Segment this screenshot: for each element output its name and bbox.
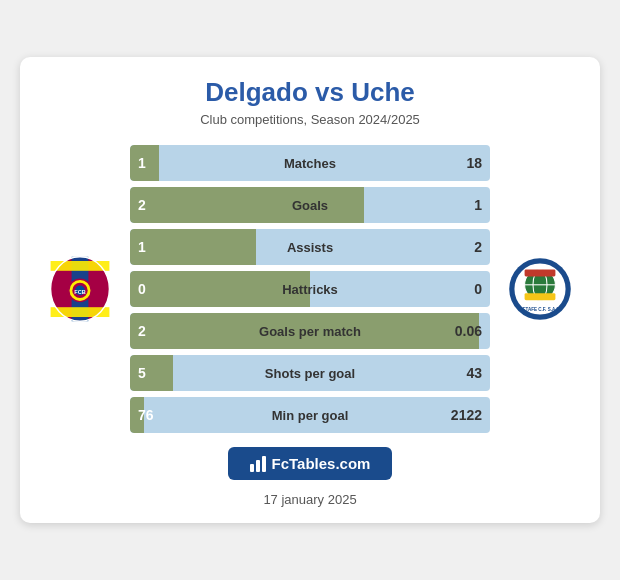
stat-right-value: 0.06 bbox=[455, 323, 482, 339]
stat-right-value: 18 bbox=[466, 155, 482, 171]
match-subtitle: Club competitions, Season 2024/2025 bbox=[40, 112, 580, 127]
stats-rows: 1 Matches 18 2 Goals 1 1 Assists 2 0 Hat… bbox=[130, 145, 490, 433]
stat-right-value: 0 bbox=[474, 281, 482, 297]
stat-label: Shots per goal bbox=[265, 366, 355, 381]
logo-left: FCB bbox=[40, 254, 120, 324]
stat-left-bar bbox=[130, 355, 173, 391]
stat-label: Goals per match bbox=[259, 324, 361, 339]
stat-row: 0 Hattricks 0 bbox=[130, 271, 490, 307]
stat-label: Hattricks bbox=[282, 282, 338, 297]
stat-left-bar bbox=[130, 229, 256, 265]
fctables-box: FcTables.com bbox=[228, 447, 393, 480]
stat-left-bar bbox=[130, 187, 364, 223]
stat-row: 76 Min per goal 2122 bbox=[130, 397, 490, 433]
stat-row: 1 Matches 18 bbox=[130, 145, 490, 181]
stat-left-value: 76 bbox=[138, 407, 154, 423]
fctables-banner: FcTables.com bbox=[40, 447, 580, 480]
stat-right-value: 43 bbox=[466, 365, 482, 381]
comparison-card: Delgado vs Uche Club competitions, Seaso… bbox=[20, 57, 600, 523]
stat-row: 2 Goals 1 bbox=[130, 187, 490, 223]
match-title: Delgado vs Uche bbox=[40, 77, 580, 108]
stat-left-value: 5 bbox=[138, 365, 146, 381]
date-footer: 17 january 2025 bbox=[40, 492, 580, 507]
stat-label: Goals bbox=[292, 198, 328, 213]
stat-left-value: 1 bbox=[138, 239, 146, 255]
svg-text:FCB: FCB bbox=[74, 289, 86, 295]
stat-left-value: 2 bbox=[138, 323, 146, 339]
stat-label: Assists bbox=[287, 240, 333, 255]
comparison-area: FCB 1 Matches 18 2 Goals 1 1 Assists 2 0… bbox=[40, 145, 580, 433]
stat-right-value: 1 bbox=[474, 197, 482, 213]
stat-left-value: 0 bbox=[138, 281, 146, 297]
svg-text:GETAFE C.F. S.A.D.: GETAFE C.F. S.A.D. bbox=[519, 307, 561, 312]
stat-label: Min per goal bbox=[272, 408, 349, 423]
fctables-label: FcTables.com bbox=[272, 455, 371, 472]
svg-rect-15 bbox=[525, 293, 556, 300]
stat-left-value: 2 bbox=[138, 197, 146, 213]
logo-right: GETAFE C.F. S.A.D. bbox=[500, 254, 580, 324]
stat-row: 5 Shots per goal 43 bbox=[130, 355, 490, 391]
stat-right-value: 2 bbox=[474, 239, 482, 255]
stat-left-value: 1 bbox=[138, 155, 146, 171]
stat-label: Matches bbox=[284, 156, 336, 171]
stat-row: 2 Goals per match 0.06 bbox=[130, 313, 490, 349]
svg-rect-16 bbox=[525, 269, 556, 276]
bar-chart-icon bbox=[250, 456, 266, 472]
stat-row: 1 Assists 2 bbox=[130, 229, 490, 265]
stat-right-value: 2122 bbox=[451, 407, 482, 423]
